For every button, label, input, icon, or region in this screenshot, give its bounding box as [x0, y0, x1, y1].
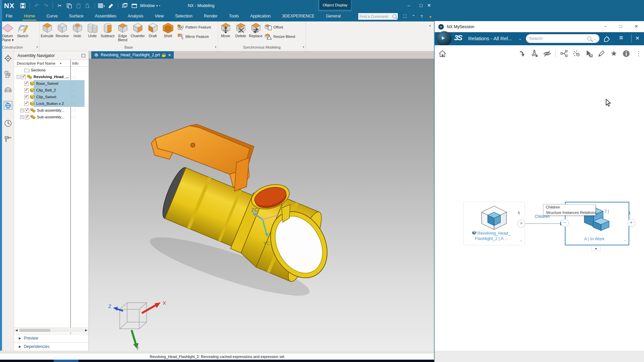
dependencies-section[interactable]: ▶ Dependencies	[14, 342, 89, 351]
tree-row-sections[interactable]: Sections	[14, 67, 89, 73]
tab-render[interactable]: Render	[204, 12, 218, 21]
tree-row-label[interactable]: Clip_Swivel	[36, 95, 56, 99]
web-browser-icon[interactable]	[4, 101, 12, 110]
column-part-name[interactable]: Descriptive Part Name	[14, 61, 55, 65]
visibility-checkbox[interactable]	[25, 108, 29, 113]
ribbon-options-icon[interactable]: ▾	[429, 24, 431, 27]
tree-row-sub-assembly-[interactable]: +Sub-assembly...⋮⋮	[14, 107, 89, 114]
tab-surface[interactable]: Surface	[69, 12, 84, 21]
window-frame-icon[interactable]	[130, 2, 138, 9]
home-icon[interactable]	[438, 49, 447, 58]
expand-settings-icon[interactable]	[572, 49, 581, 58]
tree-row-label[interactable]: Sub-assembly...	[37, 108, 64, 112]
3dexperience-compass-icon[interactable]	[437, 31, 451, 46]
tab-tools[interactable]: Tools	[229, 12, 239, 21]
mirror-feature-button[interactable]: Mirror Feature	[177, 33, 211, 40]
tree-row-label[interactable]: Sections	[31, 68, 46, 72]
customize-qat-icon[interactable]: ⹀	[159, 4, 160, 8]
navigator-horizontal-scrollbar[interactable]: ◀ ▶	[14, 327, 89, 333]
chevron-down-icon[interactable]: ⌄	[593, 37, 596, 41]
chevron-down-icon[interactable]: ⌄	[519, 37, 522, 41]
relation-node-left[interactable]: Revolving_Head_ Flashlight_2 | A ... ⌄	[463, 202, 525, 245]
offset-button[interactable]: Offset	[265, 24, 295, 31]
information-icon[interactable]	[622, 49, 631, 58]
favorite-star-icon[interactable]: ★	[609, 49, 618, 58]
more-vertical-icon[interactable]: ⋮	[634, 49, 643, 58]
replace-button[interactable]: Replace	[248, 22, 263, 38]
group-dialog-launcher-icon[interactable]: ▾	[303, 45, 304, 49]
tree-row-label[interactable]: Revolving_Head_...	[34, 75, 69, 79]
menu-icon[interactable]: ≡	[619, 34, 623, 42]
tag-icon[interactable]	[603, 35, 611, 44]
unite-button[interactable]: Unite	[85, 22, 100, 38]
column-info[interactable]: Info	[72, 61, 78, 65]
display-swatch-icon[interactable]: ▾	[98, 2, 105, 9]
tree-row-label[interactable]: Lock_Button x 2	[36, 102, 64, 106]
datum-plane-button[interactable]: DatumPlane ▾	[0, 22, 15, 42]
save-icon[interactable]	[19, 2, 26, 9]
fullscreen-icon[interactable]: ⛶	[401, 13, 409, 20]
scroll-left-icon[interactable]: ◀	[14, 328, 19, 332]
scrollbar-track[interactable]	[19, 328, 84, 332]
visibility-checkbox[interactable]	[24, 88, 29, 93]
visibility-checkbox[interactable]	[24, 102, 29, 106]
tree-row-label[interactable]: Sub-assembly...	[37, 115, 64, 119]
shell-button[interactable]: Shell	[160, 22, 175, 38]
minimize-button[interactable]: –	[404, 0, 414, 11]
tree-row-lock-button-x-2[interactable]: Lock_Button x 2⋮⋮	[14, 100, 89, 107]
tools-icon[interactable]	[4, 134, 12, 143]
assembly-navigator-icon[interactable]	[4, 70, 12, 79]
tree-row-revolving-head-[interactable]: −Revolving_Head_...⋮⋮	[14, 73, 89, 80]
tab-file[interactable]: File	[6, 12, 12, 21]
nav-down-icon[interactable]	[518, 49, 527, 58]
sort-ascending-icon[interactable]: ▲	[59, 62, 62, 65]
tree-row-clip-swivel[interactable]: Clip_Swivel⋮⋮	[14, 94, 89, 100]
delete-button[interactable]: Delete	[233, 22, 248, 38]
window-menu[interactable]: Window ▾ ⹀	[140, 3, 160, 8]
tab-application[interactable]: Application	[250, 12, 271, 21]
collapse-relations-minus-button[interactable]: −	[561, 219, 569, 227]
hide-show-icon[interactable]	[543, 49, 551, 58]
minimize-button[interactable]: –	[600, 21, 611, 31]
cascade-windows-icon[interactable]	[121, 2, 128, 9]
edit-pencil-icon[interactable]	[597, 49, 606, 58]
tree-row-sub-assembly-[interactable]: +Sub-assembly...⋮⋮	[14, 114, 89, 120]
history-icon[interactable]	[4, 119, 12, 128]
open-relations-icon[interactable]	[560, 49, 569, 58]
preview-section[interactable]: ▶ Preview	[14, 334, 89, 342]
expand-node-button[interactable]: ▼	[591, 246, 601, 251]
scroll-right-icon[interactable]: ▶	[84, 328, 89, 332]
tree-row-label[interactable]: Clip_Belt_2	[36, 88, 56, 92]
tree-row-base-swivel[interactable]: Base_Swivel⋮⋮	[14, 80, 89, 87]
tab-selection[interactable]: Selection	[175, 12, 192, 21]
extrude-button[interactable]: Extrude	[40, 22, 55, 38]
pattern-feature-button[interactable]: Pattern Feature	[177, 24, 211, 31]
draft-button[interactable]: Draft	[145, 22, 160, 38]
visibility-checkbox[interactable]	[24, 81, 29, 86]
copy-icon[interactable]	[65, 2, 73, 9]
group-dialog-launcher-icon[interactable]: ▾	[36, 45, 38, 49]
close-button[interactable]: ✕	[424, 0, 434, 11]
move-button[interactable]: Move	[218, 22, 233, 38]
maximize-button[interactable]: □	[615, 21, 627, 31]
cut-icon[interactable]: ✂	[56, 2, 63, 9]
gear-icon[interactable]	[4, 54, 12, 63]
visibility-checkbox[interactable]	[21, 75, 26, 79]
tab-view[interactable]: View	[155, 12, 164, 21]
resize-blend-button[interactable]: Resize Blend	[265, 33, 295, 40]
expand-node-icon[interactable]: +	[20, 109, 24, 112]
taskbar-active-app[interactable]	[54, 360, 78, 362]
multi-select-icon[interactable]	[585, 49, 593, 58]
subtract-button[interactable]: Subtract	[100, 22, 115, 38]
chevron-down-icon[interactable]: ⌄	[520, 238, 523, 242]
edge-blend-button[interactable]: EdgeBlend	[115, 22, 130, 42]
widget-title[interactable]: Relations - All Rel...	[468, 36, 512, 41]
close-button[interactable]: ✕	[631, 21, 642, 31]
navigator-column-header[interactable]: Descriptive Part Name ▲ Info	[14, 60, 89, 67]
help-icon[interactable]: ?	[418, 13, 425, 20]
chamfer-button[interactable]: Chamfer	[130, 22, 145, 38]
close-part-tab-icon[interactable]: ✕	[168, 53, 171, 57]
close-widget-icon[interactable]: ✕	[635, 35, 640, 41]
find-command-box[interactable]: Find a Command	[358, 13, 398, 20]
tree-row-label[interactable]: Base_Swivel	[36, 81, 58, 85]
